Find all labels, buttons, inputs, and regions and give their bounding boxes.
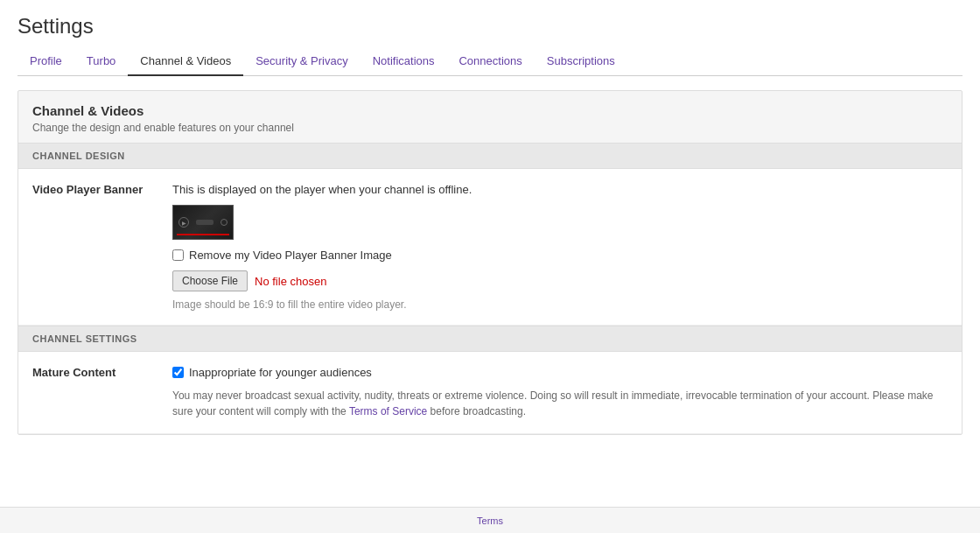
mature-checkbox-row: Inappropriate for younger audiences [172,366,948,379]
section-header: Channel & Videos Change the design and e… [18,91,962,143]
banner-circle-icon: ▶ [178,217,189,228]
mature-description-after: before broadcasting. [427,405,526,417]
tab-security-privacy[interactable]: Security & Privacy [243,47,360,76]
section-title: Channel & Videos [32,103,948,118]
banner-description: This is displayed on the player when you… [172,183,948,196]
banner-preview: ▶ [172,205,234,240]
video-player-banner-row: Video Player Banner This is displayed on… [18,169,962,326]
tab-channel-videos[interactable]: Channel & Videos [128,47,243,76]
mature-description: You may never broadcast sexual activity,… [172,388,948,419]
footer-bar: Terms [0,507,980,533]
video-player-banner-label: Video Player Banner [32,183,172,311]
mature-content-checkbox[interactable] [172,367,184,378]
channel-design-header: CHANNEL DESIGN [18,143,962,169]
nav-tabs: Profile Turbo Channel & Videos Security … [18,47,962,76]
video-player-banner-content: This is displayed on the player when you… [172,183,948,311]
banner-rect [196,220,214,225]
terms-of-service-link[interactable]: Terms of Service [349,405,427,417]
banner-hint: Image should be 16:9 to fill the entire … [172,298,948,311]
banner-circle-small-icon [220,219,228,226]
page-title: Settings [18,14,962,39]
tab-subscriptions[interactable]: Subscriptions [535,47,627,76]
mature-content-checkbox-label: Inappropriate for younger audiences [189,366,372,379]
mature-content-row: Mature Content Inappropriate for younger… [18,352,962,434]
channel-settings-header: CHANNEL SETTINGS [18,326,962,352]
remove-banner-checkbox[interactable] [172,249,184,261]
mature-description-before: You may never broadcast sexual activity,… [172,389,934,417]
remove-banner-row: Remove my Video Player Banner Image [172,249,948,262]
mature-content-content: Inappropriate for younger audiences You … [172,366,948,419]
content-area: Channel & Videos Change the design and e… [0,90,980,435]
remove-banner-label: Remove my Video Player Banner Image [189,249,392,262]
no-file-text: No file chosen [255,275,326,288]
footer-terms-link[interactable]: Terms [477,515,503,526]
tab-notifications[interactable]: Notifications [360,47,447,76]
tab-turbo[interactable]: Turbo [74,47,128,76]
section-subtitle: Change the design and enable features on… [32,122,948,134]
tab-connections[interactable]: Connections [446,47,534,76]
tab-profile[interactable]: Profile [18,47,74,76]
file-input-row: Choose File No file chosen [172,270,948,291]
choose-file-button[interactable]: Choose File [172,270,248,291]
section-card: Channel & Videos Change the design and e… [18,90,962,435]
banner-red-line [177,234,229,235]
mature-content-label: Mature Content [32,366,172,419]
